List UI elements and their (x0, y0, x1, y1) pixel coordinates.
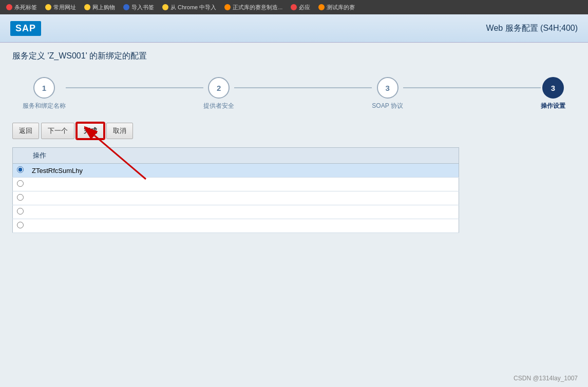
wizard-step-4: 3 操作设置 (541, 77, 565, 110)
operation-radio-3[interactable] (17, 208, 24, 215)
step-label-4: 操作设置 (541, 102, 565, 110)
radio-cell[interactable] (13, 219, 28, 233)
operation-value (28, 219, 459, 233)
next-button[interactable]: 下一个 (41, 123, 74, 139)
table-header-radio (13, 148, 28, 164)
tab-shop[interactable]: 网上购物 (81, 3, 118, 12)
step-circle-1: 1 (33, 77, 55, 99)
tab-label-import: 导入书签 (131, 4, 154, 11)
tab-common[interactable]: 常用网址 (42, 3, 79, 12)
page-content: 服务定义 'Z_WS001' 的新绑定的配置 1 服务和绑定名称 2 提供者安全… (0, 43, 588, 241)
wizard-step-1: 1 服务和绑定名称 (23, 77, 66, 110)
tab-production[interactable]: 正式库的赛意制造... (221, 3, 286, 12)
wizard-steps: 1 服务和绑定名称 2 提供者安全 3 SOAP 协议 3 操作设置 (12, 72, 576, 123)
tab-label-production: 正式库的赛意制造... (233, 4, 282, 11)
overlay-container: 返回 下一个 完成 取消 (12, 123, 576, 139)
table-row: ZTestRfcSumLhy (13, 164, 459, 178)
tab-chrome[interactable]: 从 Chrome 中导入 (159, 3, 219, 12)
connector-3 (403, 87, 541, 88)
tab-label-test: 测试库的赛 (327, 4, 355, 11)
tab-icon-shop (84, 4, 90, 10)
table-row (13, 205, 459, 219)
tab-label-shop: 网上购物 (92, 4, 115, 11)
sap-title: Web 服务配置 (S4H;400) (486, 23, 578, 34)
step-label-3: SOAP 协议 (372, 102, 403, 110)
tab-icon-common (45, 4, 51, 10)
button-row: 返回 下一个 完成 取消 (12, 123, 576, 139)
connector-1 (66, 87, 203, 88)
operation-radio-0[interactable] (17, 166, 24, 173)
operation-value (28, 178, 459, 191)
tab-icon-production (224, 4, 231, 10)
operation-radio-2[interactable] (17, 194, 24, 201)
step-label-2: 提供者安全 (203, 102, 234, 110)
tab-bing[interactable]: 必应 (288, 3, 313, 12)
operation-value (28, 191, 459, 205)
sap-header: SAP Web 服务配置 (S4H;400) (0, 14, 588, 43)
csdn-watermark: CSDN @1314lay_1007 (514, 375, 578, 382)
tab-label-chrome: 从 Chrome 中导入 (170, 4, 216, 11)
radio-cell[interactable] (13, 205, 28, 219)
finish-button[interactable]: 完成 (77, 123, 104, 139)
page-heading: 服务定义 'Z_WS001' 的新绑定的配置 (12, 51, 576, 62)
tab-icon-import (123, 4, 129, 10)
radio-cell[interactable] (13, 178, 28, 191)
back-button[interactable]: 返回 (12, 123, 39, 139)
cancel-button[interactable]: 取消 (106, 123, 133, 139)
tab-import[interactable]: 导入书签 (120, 3, 157, 12)
connector-2 (234, 87, 372, 88)
table-row (13, 178, 459, 191)
step-circle-4: 3 (542, 77, 564, 99)
tab-icon-kill (6, 4, 12, 10)
step-circle-3: 3 (377, 77, 399, 99)
operation-radio-1[interactable] (17, 180, 24, 187)
operation-value (28, 205, 459, 219)
radio-cell[interactable] (13, 191, 28, 205)
tab-label-bing: 必应 (299, 4, 310, 11)
sap-logo: SAP (10, 21, 41, 36)
tab-kill[interactable]: 杀死标签 (3, 3, 40, 12)
operation-value: ZTestRfcSumLhy (28, 164, 459, 178)
wizard-step-3: 3 SOAP 协议 (372, 77, 403, 110)
tab-icon-chrome (162, 4, 168, 10)
wizard-step-2: 2 提供者安全 (203, 77, 234, 110)
table-row (13, 191, 459, 205)
operations-table: 操作 ZTestRfcSumLhy (12, 147, 459, 233)
tab-label-kill: 杀死标签 (14, 4, 37, 11)
radio-cell[interactable] (13, 164, 28, 178)
browser-toolbar: 杀死标签 常用网址 网上购物 导入书签 从 Chrome 中导入 正式库的赛意制… (0, 0, 588, 14)
table-header-row: 操作 (13, 148, 459, 164)
operation-radio-4[interactable] (17, 222, 24, 228)
tab-label-common: 常用网址 (53, 4, 76, 11)
step-circle-2: 2 (208, 77, 230, 99)
tab-icon-bing (291, 4, 297, 10)
step-label-1: 服务和绑定名称 (23, 102, 66, 110)
tab-test[interactable]: 测试库的赛 (315, 3, 358, 12)
tab-icon-test (318, 4, 325, 10)
table-row (13, 219, 459, 233)
table-header-operation: 操作 (28, 148, 459, 164)
